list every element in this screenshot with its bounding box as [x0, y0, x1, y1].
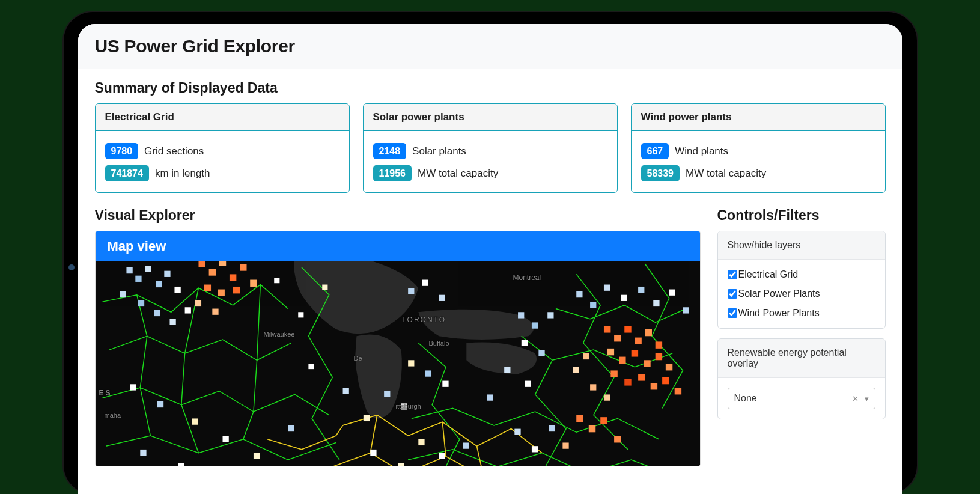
svg-rect-19: [218, 290, 224, 296]
overlay-card-body: None ✕ ▾: [718, 378, 885, 419]
svg-rect-44: [288, 425, 294, 431]
summary-heading: Summary of Displayed Data: [95, 80, 886, 96]
svg-rect-65: [610, 371, 617, 377]
svg-rect-5: [164, 271, 170, 277]
svg-rect-38: [157, 401, 163, 407]
stat-label: Wind plants: [675, 145, 728, 157]
overlay-select[interactable]: None ✕ ▾: [728, 388, 875, 409]
svg-rect-73: [573, 367, 579, 373]
select-icons: ✕ ▾: [852, 395, 869, 403]
svg-rect-82: [683, 308, 689, 314]
svg-rect-8: [138, 300, 144, 306]
controls-heading: Controls/Filters: [717, 207, 886, 224]
stat-label: MW total capacity: [418, 168, 498, 180]
stat-label: km in length: [155, 168, 210, 180]
layers-card-header: Show/hide layers: [718, 231, 885, 260]
svg-rect-74: [583, 353, 589, 359]
svg-rect-43: [253, 453, 259, 459]
svg-rect-69: [662, 377, 669, 384]
summary-card-title: Solar power plants: [364, 104, 617, 131]
explorer-row: Visual Explorer Map view: [95, 207, 886, 466]
svg-rect-57: [645, 329, 651, 336]
svg-rect-77: [603, 285, 609, 291]
svg-rect-90: [514, 429, 520, 435]
svg-rect-84: [588, 425, 595, 432]
svg-rect-53: [603, 326, 610, 333]
svg-rect-48: [521, 340, 527, 346]
over    : Renewable energy potential overlay None …: [717, 338, 886, 419]
checkbox-solar[interactable]: [728, 289, 737, 299]
summary-card-title: Wind power plants: [632, 104, 885, 131]
stat-value-badge: 2148: [373, 143, 407, 159]
svg-rect-56: [635, 338, 641, 344]
map-label-toronto: TORONTO: [402, 316, 446, 324]
explorer-heading: Visual Explorer: [95, 207, 701, 224]
svg-rect-92: [439, 453, 445, 459]
svg-rect-49: [538, 350, 544, 356]
svg-rect-41: [140, 450, 146, 456]
app-title: US Power Grid Explorer: [95, 36, 886, 56]
checkbox-wind[interactable]: [728, 308, 737, 318]
svg-rect-13: [208, 269, 215, 276]
svg-rect-83: [576, 415, 583, 422]
svg-rect-35: [363, 415, 369, 421]
svg-rect-60: [619, 357, 625, 364]
map-label-montreal: Montreal: [513, 273, 541, 282]
svg-rect-52: [487, 395, 493, 401]
checkbox-electrical-grid[interactable]: [728, 270, 737, 279]
svg-rect-93: [463, 443, 469, 449]
map-label-detroit: De: [354, 355, 362, 362]
svg-rect-59: [607, 349, 613, 355]
stat-grid-length: 741874 km in length: [105, 165, 339, 181]
svg-rect-91: [418, 439, 424, 445]
stat-value-badge: 741874: [105, 165, 149, 181]
svg-rect-72: [603, 395, 609, 401]
svg-rect-12: [198, 261, 205, 267]
svg-rect-51: [525, 381, 531, 387]
map-canvas[interactable]: [96, 261, 700, 466]
svg-rect-30: [408, 361, 414, 367]
summary-card-body: 9780 Grid sections 741874 km in length: [96, 131, 349, 192]
svg-rect-40: [222, 436, 228, 442]
svg-rect-68: [650, 383, 657, 389]
svg-rect-29: [439, 295, 445, 301]
controls-col: Controls/Filters Show/hide layers Electr…: [717, 207, 886, 466]
svg-rect-36: [342, 388, 348, 394]
svg-rect-62: [644, 361, 650, 367]
summary-card-solar: Solar power plants 2148 Solar plants 119…: [363, 103, 618, 193]
clear-icon[interactable]: ✕: [852, 395, 859, 403]
svg-rect-21: [195, 300, 201, 306]
stat-value-badge: 667: [641, 143, 669, 159]
svg-rect-66: [624, 379, 631, 386]
svg-rect-32: [442, 381, 448, 387]
map-label-es: ES: [99, 389, 112, 397]
svg-rect-78: [621, 295, 627, 301]
map-label-milwaukee: Milwaukee: [264, 331, 295, 338]
svg-rect-7: [120, 291, 126, 297]
svg-rect-23: [274, 278, 279, 283]
svg-rect-6: [174, 287, 180, 293]
svg-rect-94: [398, 463, 404, 466]
device-camera: [68, 264, 75, 270]
map-label-buffalo: Buffalo: [429, 340, 449, 347]
layer-toggle-electrical-grid[interactable]: Electrical Grid: [728, 269, 875, 280]
svg-rect-63: [655, 353, 662, 360]
stat-value-badge: 9780: [105, 143, 139, 159]
overlay-select-value: None: [734, 393, 757, 404]
layer-toggle-wind[interactable]: Wind Power Plants: [728, 308, 875, 319]
svg-rect-76: [590, 302, 596, 308]
svg-rect-20: [233, 287, 239, 293]
svg-rect-3: [145, 266, 151, 272]
stat-value-badge: 11956: [373, 165, 412, 181]
chevron-down-icon[interactable]: ▾: [865, 395, 869, 403]
svg-rect-16: [240, 264, 246, 271]
svg-rect-50: [504, 367, 510, 373]
svg-rect-10: [169, 319, 175, 325]
stat-label: MW total capacity: [686, 168, 766, 180]
svg-rect-17: [250, 280, 257, 287]
layer-toggle-solar[interactable]: Solar Power Plants: [728, 288, 875, 299]
svg-rect-9: [154, 310, 160, 316]
svg-rect-55: [624, 326, 631, 333]
svg-rect-25: [322, 285, 327, 290]
svg-rect-1: [126, 267, 132, 273]
